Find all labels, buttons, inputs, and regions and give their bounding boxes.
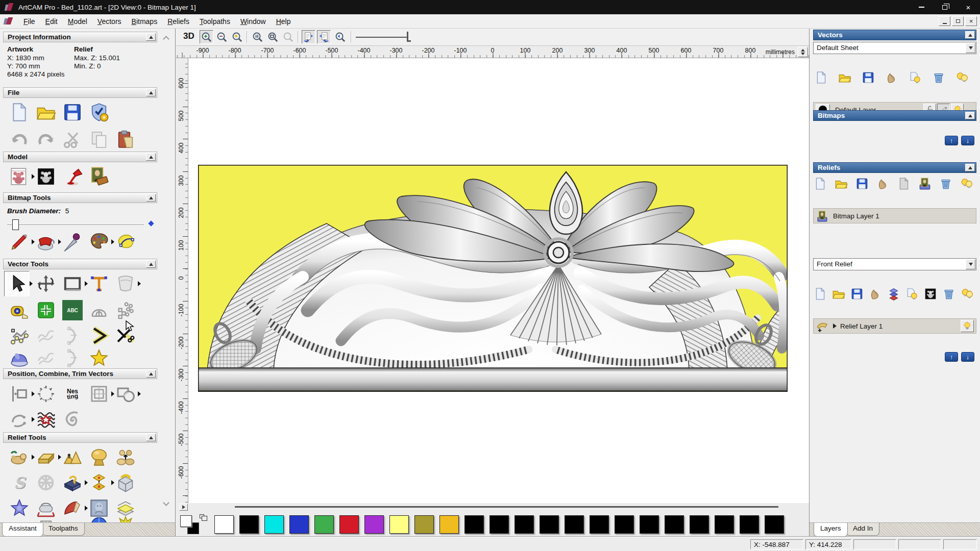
transform-vectors-icon[interactable] <box>35 272 57 295</box>
pick-colour-icon[interactable] <box>61 231 84 253</box>
toggle-visibility-icon[interactable] <box>908 70 922 85</box>
snap-toggle-icon[interactable] <box>302 30 315 44</box>
free-sketch-icon[interactable] <box>35 324 57 347</box>
save-relief-icon[interactable] <box>850 287 864 301</box>
menu-toolpaths[interactable]: Toolpaths <box>194 15 235 28</box>
menu-bitmaps[interactable]: Bitmaps <box>127 15 163 28</box>
palette-swatch[interactable] <box>489 515 509 534</box>
zoom-out-icon[interactable] <box>215 30 229 44</box>
sheet-dropdown[interactable]: Default Sheet <box>813 42 976 54</box>
open-bitmap-icon[interactable] <box>834 177 848 191</box>
snap-grid-toggle-icon[interactable] <box>317 30 331 44</box>
nesting-icon[interactable]: Nes ting <box>61 383 84 405</box>
create-rectangle-icon[interactable] <box>61 272 84 295</box>
collapse-button[interactable] <box>965 112 975 119</box>
new-model-icon[interactable] <box>8 101 31 123</box>
collapse-button[interactable] <box>965 31 975 39</box>
undo-icon[interactable] <box>8 129 31 151</box>
minimize-button[interactable] <box>910 0 933 14</box>
palette-swatch[interactable] <box>640 515 659 534</box>
collapse-button[interactable] <box>146 260 156 268</box>
child-close-button[interactable]: × <box>965 16 977 26</box>
smooth-relief-icon[interactable] <box>61 446 84 468</box>
all-layers-visibility-icon[interactable] <box>955 70 969 85</box>
new-relief-icon[interactable] <box>813 287 827 301</box>
iso-form-letter-icon[interactable]: S <box>8 471 31 494</box>
delete-layer-icon[interactable] <box>932 70 946 85</box>
child-minimize-button[interactable] <box>939 16 950 26</box>
delete-bitmap-icon[interactable] <box>939 177 953 191</box>
dome-relief-icon[interactable] <box>88 446 110 468</box>
copy-icon[interactable] <box>88 129 110 151</box>
menu-help[interactable]: Help <box>271 15 296 28</box>
create-polygon-icon[interactable] <box>35 299 57 321</box>
close-button[interactable]: × <box>957 0 980 14</box>
palette-swatch[interactable] <box>439 515 459 534</box>
palette-swatch[interactable] <box>665 515 684 534</box>
relief-preview-icon[interactable] <box>923 287 938 301</box>
palette-swatch[interactable] <box>264 515 284 534</box>
palette-swatch[interactable] <box>289 515 309 534</box>
open-model-icon[interactable] <box>35 101 57 123</box>
create-polyline-icon[interactable] <box>88 324 110 347</box>
merge-layers-icon[interactable] <box>885 70 899 85</box>
horizontal-scrollbar[interactable] <box>176 503 809 511</box>
bitmap-to-vector-icon[interactable] <box>114 231 137 253</box>
palette-swatch[interactable] <box>239 515 259 534</box>
weave-wizard-icon[interactable] <box>35 471 57 494</box>
line-width-slider[interactable] <box>356 37 407 38</box>
bitmap-preview-icon[interactable] <box>918 177 932 191</box>
all-bitmaps-visibility-icon[interactable] <box>960 177 974 191</box>
move-layer-down-button[interactable]: ↓ <box>961 136 974 145</box>
calculate-relief-icon[interactable] <box>8 446 31 468</box>
palette-swatch[interactable] <box>740 515 759 534</box>
expand-arrow-icon[interactable] <box>833 323 837 329</box>
open-layer-icon[interactable] <box>838 70 852 85</box>
select-vectors-icon[interactable] <box>6 272 29 295</box>
scrollbar-thumb[interactable] <box>235 506 778 508</box>
2d-view-canvas[interactable] <box>188 58 809 503</box>
create-star-icon[interactable] <box>88 347 110 369</box>
emboss-wizard-icon[interactable] <box>61 471 84 494</box>
bend-vectors-icon[interactable] <box>35 347 57 369</box>
menu-edit[interactable]: Edit <box>40 15 63 28</box>
offset-relief-icon[interactable] <box>88 471 110 494</box>
open-relief-icon[interactable] <box>831 287 846 301</box>
spiral-icon[interactable] <box>61 408 84 431</box>
merge-bitmaps-icon[interactable] <box>876 177 890 191</box>
weld-vectors-icon[interactable] <box>114 383 137 405</box>
combine-reliefs-icon[interactable] <box>887 287 901 301</box>
menu-model[interactable]: Model <box>63 15 92 28</box>
zero-plane-icon[interactable] <box>35 446 57 468</box>
greyscale-bitmap-icon[interactable] <box>897 177 911 191</box>
panel-scroll-down[interactable] <box>161 500 170 508</box>
layer-visible-icon[interactable] <box>961 320 974 332</box>
delete-relief-icon[interactable] <box>942 287 956 301</box>
palette-swatch[interactable] <box>590 515 609 534</box>
revolve-icon[interactable] <box>8 347 31 369</box>
tab-addin[interactable]: Add In <box>846 523 879 536</box>
collapse-button[interactable] <box>146 434 156 441</box>
zoom-back-icon[interactable] <box>333 30 347 44</box>
menu-reliefs[interactable]: Reliefs <box>162 15 194 28</box>
palette-swatch[interactable] <box>690 515 709 534</box>
redo-icon[interactable] <box>35 129 57 151</box>
primary-colour[interactable] <box>180 515 192 527</box>
save-bitmap-icon[interactable] <box>855 177 869 191</box>
paste-icon[interactable] <box>114 129 137 151</box>
dropdown-arrow-icon[interactable] <box>966 43 975 53</box>
collapse-button[interactable] <box>146 370 156 378</box>
tab-layers[interactable]: Layers <box>814 523 848 537</box>
zoom-fit-icon[interactable] <box>266 30 280 44</box>
arc-fit-icon[interactable] <box>61 324 84 347</box>
paint-icon[interactable] <box>8 231 31 253</box>
child-restore-button[interactable] <box>952 16 964 26</box>
new-bitmap-icon[interactable] <box>813 177 827 191</box>
layer-name[interactable]: Bitmap Layer 1 <box>833 212 879 220</box>
paste-along-curve-icon[interactable]: ABC <box>61 299 84 321</box>
relief-visibility-icon[interactable] <box>905 287 919 301</box>
palette-swatch[interactable] <box>339 515 359 534</box>
primary-secondary-colours[interactable] <box>180 514 207 535</box>
palette-swatch[interactable] <box>715 515 734 534</box>
pan-button[interactable] <box>179 504 188 511</box>
